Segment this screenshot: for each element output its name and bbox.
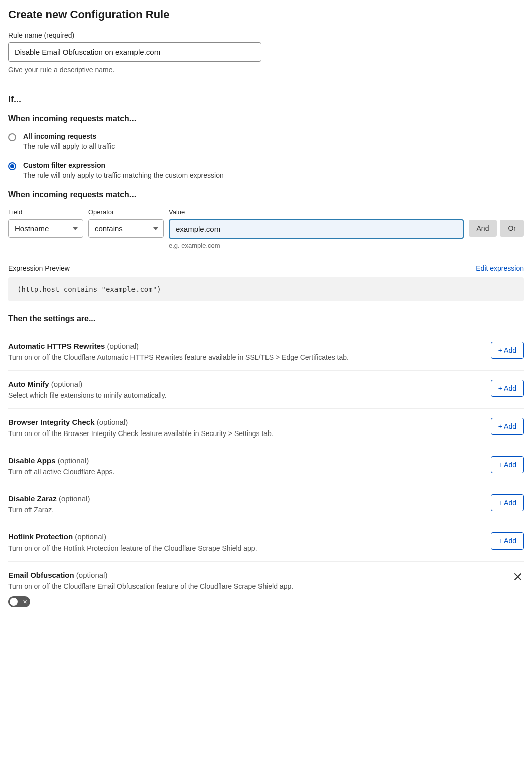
setting-name: Email Obfuscation <box>8 571 76 579</box>
setting-name: Hotlink Protection <box>8 532 75 541</box>
add-button-minify[interactable]: + Add <box>491 380 524 397</box>
or-button[interactable]: Or <box>500 220 524 237</box>
add-button-apps[interactable]: + Add <box>491 456 524 473</box>
optional-tag: (optional) <box>107 342 139 350</box>
optional-tag: (optional) <box>58 456 89 465</box>
field-label: Field <box>8 208 83 216</box>
and-button[interactable]: And <box>469 220 497 237</box>
add-button-zaraz[interactable]: + Add <box>491 494 524 511</box>
edit-expression-link[interactable]: Edit expression <box>476 264 524 272</box>
add-button-bic[interactable]: + Add <box>491 418 524 435</box>
rule-name-label: Rule name (required) <box>8 31 524 39</box>
setting-email: Email Obfuscation (optional)Turn on or o… <box>8 562 524 618</box>
setting-name: Disable Apps <box>8 456 58 465</box>
operator-select-value: contains <box>95 224 123 233</box>
setting-desc: Turn on or off the Browser Integrity Che… <box>8 429 481 438</box>
toggle-off-icon: ✕ <box>23 599 27 605</box>
radio-custom-expression[interactable] <box>8 162 16 170</box>
value-input[interactable] <box>169 219 464 239</box>
optional-tag: (optional) <box>76 571 108 579</box>
then-heading: Then the settings are... <box>8 314 524 323</box>
chevron-down-icon <box>153 227 158 230</box>
setting-name: Auto Minify <box>8 380 51 388</box>
setting-hotlink: Hotlink Protection (optional)Turn on or … <box>8 523 524 561</box>
operator-select[interactable]: contains <box>88 219 164 238</box>
rule-name-hint: Give your rule a descriptive name. <box>8 66 524 74</box>
toggle-email[interactable]: ✕ <box>8 596 30 607</box>
field-select[interactable]: Hostname <box>8 219 83 238</box>
optional-tag: (optional) <box>75 532 106 541</box>
page-title: Create new Configuration Rule <box>8 8 524 21</box>
setting-name: Automatic HTTPS Rewrites <box>8 342 107 350</box>
add-button-hotlink[interactable]: + Add <box>491 532 524 550</box>
field-select-value: Hostname <box>15 224 49 233</box>
radio-all-requests[interactable] <box>8 133 16 141</box>
when-match-heading: When incoming requests match... <box>8 114 524 123</box>
optional-tag: (optional) <box>97 418 128 426</box>
setting-name: Browser Integrity Check <box>8 418 97 426</box>
expression-preview-label: Expression Preview <box>8 264 70 272</box>
radio-all-label: All incoming requests <box>23 132 115 140</box>
radio-custom-desc: The rule will only apply to traffic matc… <box>23 171 224 179</box>
optional-tag: (optional) <box>59 494 90 503</box>
setting-desc: Turn on or off the Cloudflare Automatic … <box>8 353 481 361</box>
setting-name: Disable Zaraz <box>8 494 59 503</box>
setting-minify: Auto Minify (optional)Select which file … <box>8 371 524 408</box>
setting-apps: Disable Apps (optional)Turn off all acti… <box>8 447 524 485</box>
divider <box>8 84 524 84</box>
setting-zaraz: Disable Zaraz (optional)Turn off Zaraz.+… <box>8 485 524 523</box>
operator-label: Operator <box>88 208 164 216</box>
rule-name-input[interactable] <box>8 42 261 62</box>
expression-preview-code: (http.host contains "example.com") <box>8 277 524 301</box>
chevron-down-icon <box>73 227 78 230</box>
setting-https: Automatic HTTPS Rewrites (optional)Turn … <box>8 333 524 370</box>
if-heading: If... <box>8 94 524 105</box>
radio-custom-label: Custom filter expression <box>23 161 224 169</box>
setting-bic: Browser Integrity Check (optional)Turn o… <box>8 409 524 447</box>
value-label: Value <box>169 208 464 216</box>
value-hint: e.g. example.com <box>169 242 464 249</box>
setting-desc: Select which file extensions to minify a… <box>8 391 481 399</box>
close-icon[interactable] <box>512 571 524 584</box>
setting-desc: Turn off all active Cloudflare Apps. <box>8 468 481 476</box>
optional-tag: (optional) <box>51 380 83 388</box>
setting-desc: Turn on or off the Cloudflare Email Obfu… <box>8 582 502 590</box>
setting-desc: Turn on or off the Hotlink Protection fe… <box>8 544 481 552</box>
radio-all-desc: The rule will apply to all traffic <box>23 142 115 150</box>
when-match-heading-2: When incoming requests match... <box>8 190 524 199</box>
add-button-https[interactable]: + Add <box>491 342 524 359</box>
setting-desc: Turn off Zaraz. <box>8 506 481 514</box>
